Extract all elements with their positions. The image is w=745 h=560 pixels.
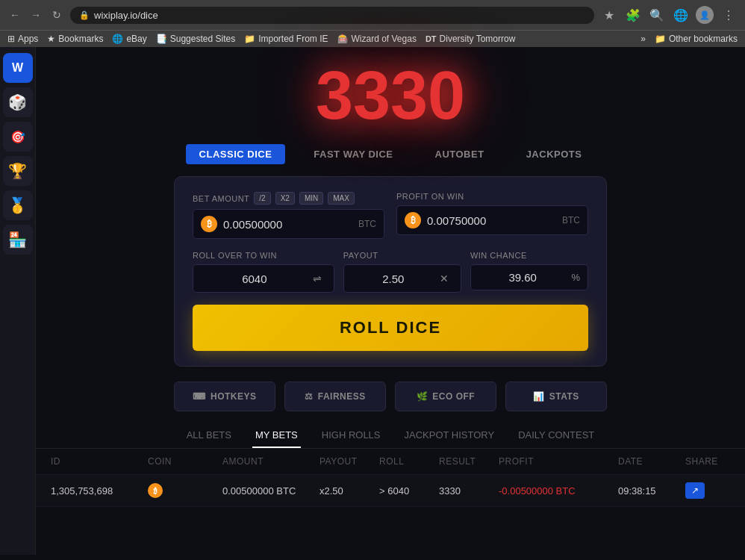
- browser-right-icons: ★ 🧩 🔍 🌐 👤 ⋮: [600, 6, 738, 24]
- profit-value: 0.00750000: [427, 214, 556, 227]
- extension-icon-3[interactable]: 🌐: [672, 6, 690, 24]
- profile-avatar[interactable]: 👤: [696, 6, 714, 24]
- main-wrapper: W 🎲 🎯 🏆 🥇 🏪 3330 CLASSIC DICE FAST WAY D…: [0, 47, 745, 555]
- apps-icon: ⊞: [7, 34, 15, 44]
- address-bar[interactable]: 🔒 wixiplay.io/dice: [70, 7, 594, 24]
- result-number: 3330: [286, 62, 495, 129]
- bet-amount-label: BET AMOUNT /2 X2 MIN MAX: [193, 192, 384, 205]
- col-header-profit: PROFIT: [499, 456, 618, 467]
- max-btn[interactable]: MAX: [328, 192, 355, 205]
- payout-input-wrapper[interactable]: 2.50 ✕: [343, 264, 461, 293]
- double-btn[interactable]: X2: [275, 192, 295, 205]
- sidebar-item-store[interactable]: 🏪: [3, 225, 33, 255]
- col-header-share: SHARE: [685, 456, 730, 467]
- profit-btc-icon: ₿: [405, 212, 421, 228]
- game-tabs: CLASSIC DICE FAST WAY DICE AUTOBET JACKP…: [186, 144, 596, 164]
- row-profit: -0.00500000 BTC: [499, 485, 618, 497]
- payout-label: PAYOUT: [343, 251, 461, 260]
- trophy-icon: 🥇: [8, 196, 27, 214]
- imported-icon: 📁: [244, 34, 255, 44]
- folder-icon: 📁: [655, 34, 666, 44]
- browser-toolbar: ← → ↻ 🔒 wixiplay.io/dice ★ 🧩 🔍 🌐 👤 ⋮: [0, 0, 745, 30]
- extension-icon-2[interactable]: 🔍: [648, 6, 666, 24]
- tab-high-rolls[interactable]: HIGH ROLLS: [319, 423, 384, 448]
- share-icon: ↗: [691, 485, 699, 496]
- lottery-icon: 🏆: [8, 162, 27, 180]
- refresh-button[interactable]: ↻: [49, 7, 64, 22]
- sidebar-item-trophy[interactable]: 🥇: [3, 190, 33, 220]
- bookmarks-bar: ⊞ Apps ★ Bookmarks 🌐 eBay 📑 Suggested Si…: [0, 30, 745, 47]
- browser-chrome: ← → ↻ 🔒 wixiplay.io/dice ★ 🧩 🔍 🌐 👤 ⋮ ⊞ A…: [0, 0, 745, 47]
- tab-daily-contest[interactable]: DAILY CONTEST: [515, 423, 597, 448]
- share-button[interactable]: ↗: [685, 482, 705, 499]
- payout-field: PAYOUT 2.50 ✕: [343, 251, 461, 293]
- row-id: 1,305,753,698: [51, 485, 148, 497]
- win-chance-field: WIN CHANCE 39.60 %: [470, 251, 588, 290]
- wizard-icon: 🎰: [337, 34, 349, 44]
- bookmark-imported[interactable]: 📁 Imported From IE: [244, 34, 328, 44]
- tab-my-bets[interactable]: MY BETS: [252, 423, 301, 448]
- bookmark-apps[interactable]: ⊞ Apps: [7, 34, 38, 44]
- bet-amount-input-wrapper[interactable]: ₿ 0.00500000 BTC: [193, 209, 384, 239]
- roll-over-field: ROLL OVER TO WIN 6040 ⇌: [193, 251, 334, 293]
- forward-button[interactable]: →: [28, 7, 43, 22]
- suggested-icon: 📑: [156, 34, 167, 44]
- tab-jackpot-history[interactable]: JACKPOT HISTORY: [402, 423, 498, 448]
- leaf-icon: 🌿: [417, 391, 428, 402]
- col-header-date: DATE: [618, 456, 685, 467]
- swap-icon: ⇌: [313, 273, 322, 284]
- tab-all-bets[interactable]: ALL BETS: [184, 423, 234, 448]
- roll-over-input-wrapper[interactable]: 6040 ⇌: [193, 264, 334, 293]
- row-result: 3330: [439, 485, 499, 497]
- bet-amount-value: 0.00500000: [223, 218, 352, 231]
- eco-off-button[interactable]: 🌿 ECO OFF: [395, 382, 496, 411]
- bookmark-other[interactable]: 📁 Other bookmarks: [655, 34, 738, 44]
- lock-icon: 🔒: [79, 10, 90, 20]
- win-chance-input-wrapper[interactable]: 39.60 %: [470, 264, 588, 290]
- col-header-result: RESULT: [439, 456, 499, 467]
- bookmark-wizard[interactable]: 🎰 Wizard of Vegas: [337, 34, 417, 44]
- stats-button[interactable]: 📊 STATS: [505, 382, 607, 411]
- tab-fast-way-dice[interactable]: FAST WAY DICE: [300, 144, 406, 164]
- back-button[interactable]: ←: [7, 7, 22, 22]
- col-header-coin: COIN: [148, 456, 222, 467]
- dice-icon: 🎲: [8, 93, 27, 111]
- sidebar-item-dice[interactable]: 🎲: [3, 87, 33, 117]
- col-header-payout: PAYOUT: [319, 456, 379, 467]
- roll-over-swap-btn[interactable]: ⇌: [308, 271, 326, 286]
- bet-amount-field: BET AMOUNT /2 X2 MIN MAX ₿ 0.00500000 BT…: [193, 192, 384, 239]
- star-icon[interactable]: ★: [600, 6, 618, 24]
- bookmark-diversity[interactable]: DT Diversity Tomorrow: [426, 34, 515, 44]
- params-row: ROLL OVER TO WIN 6040 ⇌ PAYOUT: [193, 251, 588, 293]
- menu-icon[interactable]: ⋮: [720, 6, 738, 24]
- extension-icon-1[interactable]: 🧩: [624, 6, 642, 24]
- row-payout: x2.50: [319, 485, 379, 497]
- sidebar-item-wixiplay[interactable]: W: [3, 53, 33, 83]
- sidebar-item-keno[interactable]: 🎯: [3, 122, 33, 152]
- bookmark-bookmarks[interactable]: ★ Bookmarks: [47, 34, 103, 44]
- chart-icon: 📊: [533, 391, 545, 402]
- bet-btc-icon: ₿: [201, 216, 217, 232]
- url-text: wixiplay.io/dice: [94, 10, 158, 21]
- bookmark-suggested[interactable]: 📑 Suggested Sites: [156, 34, 235, 44]
- bookmark-ebay[interactable]: 🌐 eBay: [112, 34, 146, 44]
- keyboard-icon: ⌨: [193, 391, 206, 402]
- min-btn[interactable]: MIN: [299, 192, 323, 205]
- betting-panel: BET AMOUNT /2 X2 MIN MAX ₿ 0.00500000 BT…: [174, 176, 607, 367]
- tab-jackpots[interactable]: JACKPOTS: [513, 144, 596, 164]
- row-share[interactable]: ↗: [685, 482, 730, 499]
- bookmark-more[interactable]: »: [640, 34, 646, 44]
- profit-input-wrapper[interactable]: ₿ 0.00750000 BTC: [396, 205, 588, 235]
- col-header-roll: ROLL: [379, 456, 439, 467]
- sidebar-item-lottery[interactable]: 🏆: [3, 156, 33, 186]
- roll-dice-button[interactable]: ROLL DICE: [193, 305, 588, 351]
- half-btn[interactable]: /2: [254, 192, 270, 205]
- roll-over-value: 6040: [201, 273, 308, 285]
- row-coin-icon: ₿: [148, 483, 163, 498]
- hotkeys-button[interactable]: ⌨ HOTKEYS: [174, 382, 275, 411]
- payout-close-btn[interactable]: ✕: [435, 271, 453, 286]
- tab-autobet[interactable]: AUTOBET: [422, 144, 498, 164]
- fairness-button[interactable]: ⚖ FAIRNESS: [284, 382, 386, 411]
- tab-classic-dice[interactable]: CLASSIC DICE: [186, 144, 286, 164]
- profit-on-win-label: PROFIT ON WIN: [396, 192, 588, 201]
